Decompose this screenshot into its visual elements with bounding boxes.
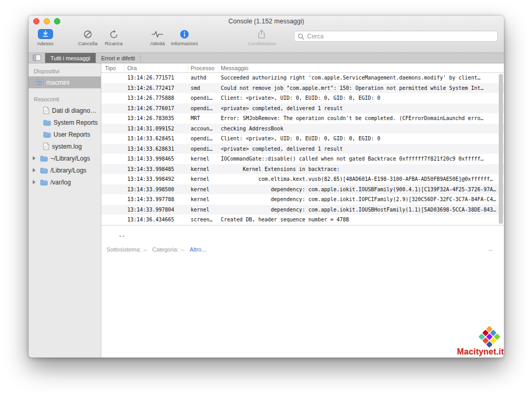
cell-messaggio: dependency: com.apple.iokit.IOPCIFamily(… (218, 196, 504, 202)
cell-ora: 13:14:26.775888 (125, 95, 188, 101)
filter-tabs: Tutti i messaggiErrori e difetti (45, 53, 141, 63)
close-button[interactable] (33, 18, 39, 24)
cell-ora: 13:14:26.783035 (125, 115, 188, 121)
sidebar-item-system-reports[interactable]: System Reports (29, 116, 101, 128)
cell-ora: 13:14:33.628451 (125, 136, 188, 141)
subsystem-label: Sottosistema: (107, 246, 141, 253)
cell-messaggio: dependency: com.apple.iokit.IOUSBFamily(… (218, 187, 504, 192)
cell-processo: kernel (188, 176, 218, 182)
column-header-ora[interactable]: Ora (125, 63, 188, 72)
cell-processo: kernel (188, 156, 218, 162)
table-row[interactable]: 13:14:26.772417smdCould not remove job "… (101, 83, 504, 94)
cell-messaggio: <private> completed, delivered 1 result (218, 146, 504, 152)
search-input[interactable] (294, 31, 498, 42)
minimize-button[interactable] (44, 18, 50, 24)
vertical-scrollbar[interactable] (499, 74, 503, 224)
folder-icon (40, 155, 48, 162)
sidebar-item-macmini[interactable]: macmini (29, 76, 101, 88)
table-row[interactable]: 13:14:33.998465kernelIOCommandGate::disa… (101, 154, 504, 164)
cell-messaggio: checking AddressBook (218, 126, 504, 131)
cell-processo: opendi… (188, 136, 218, 141)
cell-ora: 13:14:31.099152 (125, 126, 188, 131)
disclosure-triangle-icon[interactable] (32, 156, 37, 161)
cell-processo: smd (188, 85, 218, 91)
cell-processo: screen… (188, 217, 218, 222)
more-link[interactable]: Altro… (190, 246, 207, 253)
cell-processo: kernel (188, 207, 218, 213)
table-row[interactable]: 13:14:33.628631opendi…<private> complete… (101, 144, 504, 154)
cell-messaggio: Client: <private>, UID: 0, EUID: 0, GID:… (218, 95, 504, 101)
cell-messaggio: dependency: com.apple.iokit.IOUSBHostFam… (218, 207, 504, 213)
table-row[interactable]: 13:14:33.628451opendi…Client: <private>,… (101, 134, 504, 144)
sidebar-item-system-log[interactable]: system.log (29, 140, 101, 152)
cell-messaggio: Client: <private>, UID: 0, EUID: 0, GID:… (218, 136, 504, 141)
detail-message: -- (118, 232, 495, 239)
cell-messaggio: Could not remove job "com.apple.mrt": 15… (218, 85, 504, 91)
column-header-tipo[interactable]: Tipo (101, 63, 125, 72)
category-label: Categoria: (152, 246, 179, 253)
detail-pane: -- Sottosistema: -- Categoria: -- Altro…… (101, 225, 504, 358)
table-row[interactable]: 13:14:26.776017opendi…<private> complete… (101, 103, 504, 114)
log-table-body: 13:14:26.771571authdSucceeded authorizin… (101, 73, 504, 225)
sidebar-toggle-button[interactable] (29, 53, 45, 63)
watermark-text: Macitynet.it (457, 347, 504, 357)
cell-ora: 13:14:26.771571 (125, 75, 188, 81)
table-row[interactable]: 13:14:26.771571authdSucceeded authorizin… (101, 73, 504, 83)
sidebar-item-var-log[interactable]: /var/log (29, 176, 101, 188)
cell-processo: kernel (188, 187, 218, 192)
cell-messaggio: com.eltima.kext.vusb(82.85)[48AD601A-E19… (218, 176, 504, 182)
table-row[interactable]: 13:14:33.998492kernel com.eltima.kext.vu… (101, 174, 504, 184)
watermark: Macitynet.it (457, 324, 504, 357)
sidebar-item-label: User Reports (54, 131, 90, 138)
sidebar-section: Dispositivimacmini (29, 65, 101, 88)
sidebar-item-library-logs[interactable]: /Library/Logs (29, 164, 101, 176)
filter-bar: Tutti i messaggiErrori e difetti (29, 53, 504, 63)
clear-button[interactable]: Cancella (77, 29, 98, 46)
sidebar-item-label: ~/Library/Logs (50, 155, 90, 162)
column-header-messaggio[interactable]: Messaggio (218, 63, 504, 72)
scrollbar-thumb[interactable] (499, 74, 503, 224)
table-header: Tipo Ora Processo Messaggio (101, 63, 504, 73)
disclosure-triangle-icon[interactable] (32, 180, 37, 184)
sidebar-item-label: System Reports (54, 119, 98, 126)
detail-right-value: -- (489, 246, 493, 253)
table-row[interactable]: 13:14:31.099152accoun…checking AddressBo… (101, 124, 504, 134)
table-row[interactable]: 13:14:33.998500kernel dependency: com.ap… (101, 184, 504, 195)
cell-processo: opendi… (188, 146, 218, 152)
info-button[interactable]: Informazioni (171, 29, 198, 46)
traffic-lights (33, 18, 60, 24)
titlebar[interactable]: Console (1.152 messaggi) (29, 16, 504, 27)
toolbar-button-label: Attività (150, 41, 165, 46)
table-row[interactable]: 13:14:33.997788kernel dependency: com.ap… (101, 194, 504, 205)
cell-ora: 13:14:33.997804 (125, 207, 188, 213)
share-button[interactable]: Condivisione (248, 29, 276, 46)
toolbar-buttons: AdessoCancellaRicaricaAttivitàInformazio… (35, 29, 276, 46)
toolbar-button-label: Informazioni (171, 41, 198, 46)
folder-icon (43, 120, 51, 126)
column-header-processo[interactable]: Processo (188, 63, 218, 72)
table-row[interactable]: 13:14:36.434665screen…Created DB, header… (101, 215, 504, 225)
table-row[interactable]: 13:14:33.997804kernel dependency: com.ap… (101, 205, 504, 215)
sidebar-item-user-reports[interactable]: User Reports (29, 128, 101, 140)
now-button[interactable]: Adesso (35, 29, 56, 46)
computer-icon (35, 79, 44, 86)
tab-tutti-i-messaggi[interactable]: Tutti i messaggi (45, 53, 96, 63)
reload-button[interactable]: Ricarica (103, 29, 124, 46)
tab-errori-e-difetti[interactable]: Errori e difetti (96, 53, 141, 63)
table-row[interactable]: 13:14:33.998485kernel Kernel Extensions … (101, 164, 504, 175)
sidebar-item-dati-di-diagno[interactable]: Dati di diagno… (29, 104, 101, 116)
disclosure-triangle-icon[interactable] (32, 168, 37, 173)
cell-ora: 13:14:33.998500 (125, 187, 188, 192)
detail-meta: Sottosistema: -- Categoria: -- Altro… -- (107, 246, 495, 253)
table-row[interactable]: 13:14:26.783035MRTError: SMJobRemove: Th… (101, 113, 504, 124)
reload-icon (109, 29, 118, 39)
subsystem-value: -- (143, 246, 147, 253)
table-row[interactable]: 13:14:26.775888opendi…Client: <private>,… (101, 93, 504, 103)
zoom-button[interactable] (54, 18, 60, 24)
now-icon (38, 29, 53, 39)
activity-button[interactable]: Attività (147, 29, 168, 46)
cell-ora: 13:14:26.772417 (125, 85, 188, 91)
info-icon (180, 29, 189, 39)
sidebar-item-library-logs[interactable]: ~/Library/Logs (29, 152, 101, 164)
console-window: Console (1.152 messaggi) AdessoCancellaR… (29, 16, 504, 358)
